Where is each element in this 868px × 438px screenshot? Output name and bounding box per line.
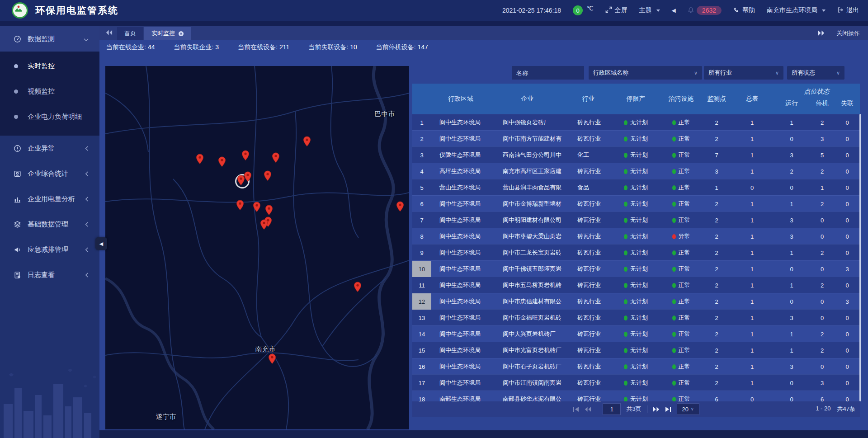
notification-badge[interactable]: 2632 [688,6,722,15]
status-dot-icon [672,283,676,288]
row-stop: 0 [810,217,835,224]
map-pin-icon[interactable] [272,152,280,165]
table-row[interactable]: 10阆中生态环境局阆中千佛镇五郎垭页岩砖瓦行业无计划正常21003 [412,260,860,277]
map-pin-icon[interactable] [253,202,261,214]
map-pin-icon[interactable] [264,170,272,183]
layers-icon [14,221,21,228]
row-meter: 1 [731,152,774,159]
tabs-scroll-right-icon[interactable] [818,30,825,37]
page-size-select[interactable]: 20 ∨ [677,403,699,415]
table-scrollbar[interactable] [859,114,861,401]
map-pin-icon[interactable] [396,201,404,214]
status-dot-icon [624,267,627,272]
tab-实时监控[interactable]: 实时监控 [144,27,191,40]
table-row[interactable]: 14阆中生态环境局阆中大兴页岩机砖厂砖瓦行业无计划正常21120 [412,325,860,342]
region-filter-select[interactable]: 行政区域名称 ∨ [589,66,702,80]
row-points: 2 [703,380,731,386]
page-number-input[interactable]: 1 [603,403,621,415]
map-pin-icon[interactable] [218,156,226,169]
status-dot-icon [624,381,627,386]
table-row[interactable]: 3仪陇生态环境局西南油气田分公司川中化工无计划正常71350 [412,146,860,163]
row-run: 1 [774,347,810,354]
bar-chart-icon [14,195,21,203]
table-row[interactable]: 6阆中生态环境局阆中市金博瑞新型墙材砖瓦行业无计划正常21120 [412,195,860,212]
pager-next-icon[interactable] [653,406,660,412]
main-content: 当前在线企业:44当前失联企业:3当前在线设备:211当前失联设备:10当前停机… [99,40,868,430]
table-row[interactable]: 13阆中生态环境局阆中市金福旺页岩机砖砖瓦行业无计划正常21300 [412,309,860,325]
map-panel[interactable]: 巴中市南充市遂宁市 [105,66,409,429]
table-row[interactable]: 12阆中生态环境局阆中市忠信建材有限公砖瓦行业无计划正常21003 [412,293,860,309]
table-row[interactable]: 2阆中生态环境局阆中市南方节能建材有砖瓦行业无计划正常21030 [412,130,860,146]
row-facility-status: 正常 [660,200,703,208]
close-operations-button[interactable]: 关闭操作 [836,29,860,38]
table-row[interactable]: 7阆中生态环境局阆中明阳建材有限公司砖瓦行业无计划正常21300 [412,212,860,228]
sidebar-item-实时监控[interactable]: 实时监控 [0,53,99,79]
map-pin-icon[interactable] [265,205,273,217]
table-row[interactable]: 16阆中生态环境局阆中市石子页岩机砖厂砖瓦行业无计划正常21300 [412,358,860,374]
sidebar-group-enterprise-statistics[interactable]: 企业综合统计 [0,161,99,186]
user-menu[interactable]: 南充市生态环境局 [767,6,826,14]
mute-icon[interactable]: ◀ [672,7,676,14]
row-industry: 砖瓦行业 [565,216,612,224]
row-points: 2 [703,282,731,289]
row-region: 阆中生态环境局 [431,232,490,240]
table-row[interactable]: 5营山生态环境局营山县润丰肉食品有限食品无计划正常10010 [412,179,860,195]
sidebar-group-data-monitoring[interactable]: 数据监测 [0,26,99,52]
chevron-down-icon: ∨ [836,70,840,76]
fullscreen-button[interactable]: 全屏 [605,6,627,14]
map-pin-icon[interactable] [244,171,252,184]
logout-button[interactable]: 退出 [837,6,859,14]
status-dot-icon [624,120,627,125]
map-pin-icon[interactable] [241,150,250,163]
map-pin-icon[interactable] [354,282,362,294]
map-pin-icon[interactable] [260,219,268,232]
industry-filter-select[interactable]: 所有行业 ∨ [704,66,783,80]
sidebar-collapse-handle[interactable]: ◀ [95,237,107,250]
stat-value: 44 [148,43,155,51]
table-row[interactable]: 18南部生态环境局南部县砂华水泥有限公砖瓦行业无计划正常60060 [412,391,860,401]
table-row[interactable]: 1阆中生态环境局阆中强锐页岩砖厂砖瓦行业无计划正常21120 [412,114,860,130]
sidebar-group-base-data[interactable]: 基础数据管理 [0,212,99,237]
status-dot-icon [624,234,627,239]
pager-prev-icon[interactable] [585,406,591,412]
pager-last-icon[interactable] [665,406,671,412]
sidebar-group-emergency-reduction[interactable]: 应急减排管理 [0,237,99,262]
chevron-down-icon: ∨ [775,70,779,76]
row-facility-status: 正常 [660,330,703,338]
row-run: 0 [774,184,810,191]
table-row[interactable]: 15阆中生态环境局阆中市光富页岩机砖厂砖瓦行业无计划正常21120 [412,342,860,358]
map-pin-icon[interactable] [268,353,276,366]
table-row[interactable]: 4高坪生态环境局南充市高坪区王家店建砖瓦行业无计划正常31220 [412,163,860,179]
pager-first-icon[interactable] [573,406,579,412]
sidebar-item-企业电力负荷明细[interactable]: 企业电力负荷明细 [0,104,99,129]
name-filter[interactable] [512,66,584,80]
help-button[interactable]: 帮助 [733,6,755,14]
row-region: 阆中生态环境局 [431,363,490,371]
status-filter-select[interactable]: 所有状态 ∨ [787,66,844,80]
pagination-info: 1 - 20 共47条 [816,405,855,413]
col-company: 企业 [490,84,565,114]
tab-首页[interactable]: 首页 [117,27,143,40]
map-pin-icon[interactable] [236,200,244,212]
table-row[interactable]: 17阆中生态环境局阆中市江南镇阆南页岩砖瓦行业无计划正常21030 [412,374,860,391]
name-filter-input[interactable] [512,66,584,80]
col-run: 运行 [774,96,810,114]
sidebar-group-power-analysis[interactable]: 企业用电量分析 [0,186,99,212]
sidebar-group-log-view[interactable]: 日志查看 [0,262,99,287]
tab-close-icon[interactable] [178,31,184,37]
map-pin-icon[interactable] [303,136,311,149]
table-row[interactable]: 8阆中生态环境局阆中市枣碧大梁山页岩砖瓦行业无计划异常21300 [412,228,860,244]
table-row[interactable]: 11阆中生态环境局阆中市五马桥页岩机砖砖瓦行业无计划正常21120 [412,277,860,293]
map-pin-icon[interactable] [196,154,204,166]
row-stop: 3 [810,380,835,386]
table-row[interactable]: 9阆中生态环境局阆中市二龙长宝页岩砖砖瓦行业无计划正常21120 [412,244,860,260]
tabs-scroll-left-icon[interactable] [106,29,113,37]
row-points: 2 [703,315,731,321]
sidebar-item-视频监控[interactable]: 视频监控 [0,79,99,104]
theme-dropdown[interactable]: 主题 [639,6,660,14]
row-company: 阆中市五马桥页岩机砖 [490,281,565,289]
sidebar-group-enterprise-abnormal[interactable]: 企业异常 [0,136,99,161]
row-facility-status: 正常 [660,281,703,289]
row-company: 阆中市金博瑞新型墙材 [490,200,565,208]
row-lost: 0 [835,363,860,370]
